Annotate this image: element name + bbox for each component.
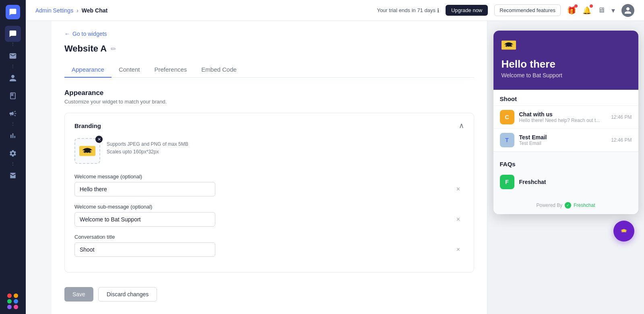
welcome-sub-message-input[interactable] (74, 212, 215, 227)
sidebar-item-settings[interactable] (5, 145, 21, 161)
welcome-message-label: Welcome message (optional) (74, 174, 464, 180)
tab-content[interactable]: Content (111, 62, 147, 78)
color-picker[interactable] (7, 293, 19, 309)
widget-faq-item-freshchat[interactable]: F Freshchat (493, 171, 638, 193)
back-to-widgets-link[interactable]: ← Go to widgets (64, 31, 474, 37)
logo-hint-2: Scales upto 160px*32px (107, 148, 188, 156)
welcome-sub-message-input-wrap: × (74, 212, 464, 227)
powered-by-text: Powered By (536, 202, 562, 208)
color-dot-green[interactable] (7, 299, 12, 304)
widget-preview: Hello there Welcome to Bat Support Shoot… (493, 31, 638, 214)
back-arrow-icon: ← (64, 31, 70, 37)
notification-icon[interactable]: 🔔 (582, 6, 591, 15)
color-dot-red[interactable] (7, 293, 12, 298)
color-dot-blue[interactable] (14, 299, 18, 304)
sidebar-more-campaigns[interactable]: ⋮ (11, 122, 15, 126)
notification-badge (590, 4, 593, 8)
branding-card: Branding ∧ ✕ Supports JPEG and (64, 113, 474, 273)
sidebar-more-inbox[interactable]: ⋮ (11, 64, 15, 68)
welcome-message-input[interactable] (74, 182, 215, 196)
conversation-title-input[interactable] (74, 242, 215, 257)
upgrade-button[interactable]: Upgrade now (446, 5, 488, 16)
app-logo[interactable] (6, 5, 20, 19)
breadcrumb-separator: › (76, 7, 78, 14)
sidebar-more-settings[interactable]: ⋮ (11, 161, 15, 166)
sidebar-item-campaigns[interactable] (5, 105, 21, 122)
monitor-icon[interactable]: 🖥 (598, 6, 605, 14)
edit-title-icon[interactable]: ✏ (111, 45, 116, 53)
widget-chat-name: Chat with us (519, 111, 611, 118)
sidebar-item-reports[interactable] (5, 128, 21, 144)
bottom-actions: Save Discard changes (64, 281, 474, 308)
widget-powered-by: Powered By ✓ Freshchat (493, 196, 638, 214)
recommended-features-button[interactable]: Recommended features (494, 4, 561, 16)
widget-email-info: Test Email Test Email (519, 134, 611, 146)
trial-text: Your trial ends in 71 days (377, 7, 436, 13)
widget-chat-info: Chat with us Hello there! Need help? Rea… (519, 111, 611, 123)
tab-preferences[interactable]: Preferences (147, 62, 194, 78)
color-dot-purple[interactable] (7, 305, 12, 309)
widget-email-desc: Test Email (519, 140, 611, 146)
logo-preview[interactable]: ✕ (74, 138, 100, 164)
content-area: ← Go to widgets Website A ✏ Appearance C… (52, 21, 487, 314)
widget-email-time: 12:46 PM (611, 137, 632, 143)
widget-list-item-email[interactable]: T Test Email Test Email 12:46 PM (493, 128, 638, 151)
freshchat-powered-link[interactable]: Freshchat (574, 202, 595, 208)
widget-chat-avatar: C (500, 110, 514, 124)
widget-header-subtitle: Welcome to Bat Support (502, 72, 630, 78)
sidebar-group-chat: ⋮ (5, 26, 21, 46)
logo-info: Supports JPEG and PNG of max 5MB Scales … (107, 138, 188, 156)
welcome-sub-message-group: Welcome sub-message (optional) × (74, 204, 464, 227)
sidebar-item-marketplace[interactable] (5, 167, 21, 184)
color-dot-amber[interactable] (14, 293, 18, 298)
welcome-sub-message-clear-icon[interactable]: × (456, 216, 460, 223)
widget-email-avatar: T (500, 133, 514, 147)
branding-chevron-icon[interactable]: ∧ (459, 121, 464, 130)
sidebar-item-knowledge[interactable] (5, 88, 21, 104)
preview-panel: Hello there Welcome to Bat Support Shoot… (487, 21, 644, 314)
logo-remove-button[interactable]: ✕ (95, 136, 103, 143)
widget-chat-desc: Hello there! Need help? Reach out t... (519, 118, 611, 123)
breadcrumb-parent[interactable]: Admin Settings (35, 7, 73, 14)
color-dot-pink[interactable] (14, 305, 18, 309)
breadcrumb: Admin Settings › Web Chat (35, 7, 107, 14)
widget-faq-name: Freshchat (519, 179, 546, 185)
welcome-message-input-wrap: × (74, 182, 464, 196)
svg-point-3 (507, 45, 510, 47)
widget-body: Shoot C Chat with us Hello there! Need h… (493, 90, 638, 214)
conversation-title-group: Conversation title × (74, 234, 464, 257)
branding-card-title: Branding (74, 122, 101, 129)
page-title: Website A (64, 43, 107, 54)
conversation-title-input-wrap: × (74, 242, 464, 257)
tabs-nav: Appearance Content Preferences Embed Cod… (64, 62, 474, 78)
sidebar-group-campaigns: ⋮ (5, 105, 21, 126)
sidebar-item-chat[interactable] (5, 26, 21, 42)
widget-header-title: Hello there (502, 58, 630, 70)
appearance-desc: Customize your widget to match your bran… (64, 99, 474, 105)
sidebar: ⋮ ⋮ ⋮ (0, 0, 26, 314)
widget-faqs-label: FAQs (493, 155, 638, 171)
widget-fab-button[interactable] (613, 221, 634, 242)
sidebar-group-inbox: ⋮ (5, 48, 21, 68)
svg-point-1 (86, 151, 89, 153)
widget-faq-avatar: F (500, 175, 514, 189)
tab-embed-code[interactable]: Embed Code (194, 62, 244, 78)
breadcrumb-child: Web Chat (82, 7, 107, 14)
widget-shoot-label: Shoot (493, 90, 638, 105)
widget-email-name: Test Email (519, 134, 611, 140)
conversation-title-clear-icon[interactable]: × (456, 246, 460, 253)
discard-button[interactable]: Discard changes (98, 287, 157, 302)
tab-appearance[interactable]: Appearance (64, 62, 111, 78)
dropdown-chevron[interactable]: ▾ (611, 6, 615, 15)
widget-fab-batman-logo (619, 226, 629, 236)
sidebar-item-contacts[interactable] (5, 70, 21, 86)
user-avatar[interactable] (621, 4, 634, 17)
gift-icon[interactable]: 🎁 (567, 6, 576, 15)
svg-point-4 (623, 231, 625, 232)
sidebar-item-inbox[interactable] (5, 48, 21, 64)
welcome-message-clear-icon[interactable]: × (456, 186, 460, 193)
widget-header-logo (502, 40, 516, 50)
save-button[interactable]: Save (64, 287, 93, 302)
sidebar-more-chat[interactable]: ⋮ (11, 42, 15, 46)
widget-list-item-chat[interactable]: C Chat with us Hello there! Need help? R… (493, 105, 638, 128)
